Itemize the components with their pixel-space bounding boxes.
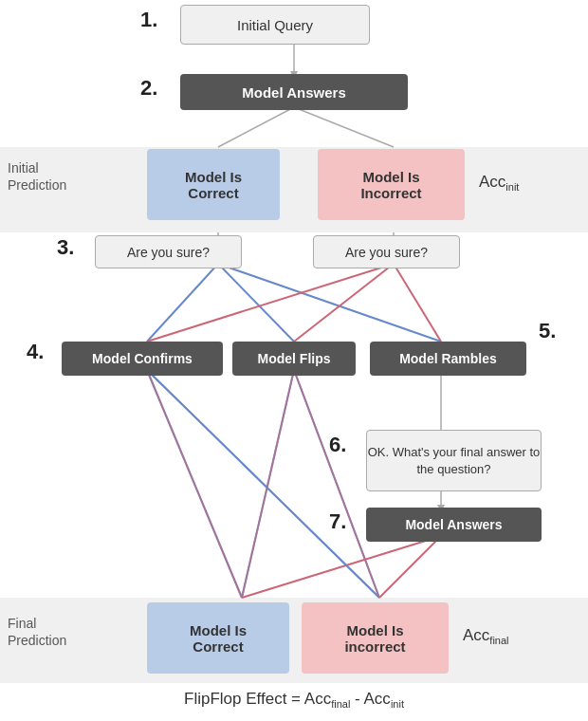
svg-line-11 [394, 264, 441, 342]
svg-line-8 [218, 264, 441, 342]
initial-prediction-label: Initial Prediction [8, 159, 66, 194]
svg-line-7 [218, 264, 294, 342]
svg-line-15 [147, 370, 242, 598]
svg-line-21 [147, 370, 242, 598]
model-incorrect-final-box: Model Isincorrect [302, 602, 449, 674]
svg-line-17 [242, 370, 294, 598]
step4-label: 4. [27, 340, 44, 364]
svg-line-24 [147, 370, 379, 598]
svg-line-19 [242, 536, 441, 598]
model-confirms-box: Model Confirms [62, 342, 223, 376]
svg-line-10 [294, 264, 394, 342]
svg-line-22 [242, 370, 294, 598]
step7-label: 7. [329, 509, 346, 534]
are-you-sure-left-box: Are you sure? [95, 235, 242, 268]
flipflop-formula: FlipFlop Effect = Accfinal - Accinit [0, 690, 588, 710]
acc-init-label: Accinit [479, 173, 519, 193]
svg-line-9 [147, 264, 394, 342]
svg-line-3 [294, 107, 394, 147]
model-rambles-box: Model Rambles [370, 342, 526, 376]
diagram: 1. Initial Query 2. Model Answers Initia… [0, 0, 588, 721]
svg-line-20 [379, 536, 441, 598]
step2-model-answers-box: Model Answers [180, 74, 408, 110]
step7-model-answers-box: Model Answers [366, 508, 542, 542]
svg-line-6 [147, 264, 218, 342]
step6-label: 6. [329, 433, 346, 457]
model-incorrect-box: Model IsIncorrect [318, 149, 465, 220]
are-you-sure-right-box: Are you sure? [313, 235, 460, 268]
initial-query-box: Initial Query [180, 5, 370, 45]
step1-label: 1. [140, 8, 157, 32]
step5-label: 5. [539, 319, 556, 343]
svg-line-16 [147, 370, 379, 598]
final-prediction-label: Final Prediction [8, 615, 66, 649]
model-flips-box: Model Flips [232, 342, 356, 376]
step3a-label: 3. [57, 235, 74, 260]
model-correct-final-box: Model IsCorrect [147, 602, 289, 674]
model-correct-box: Model IsCorrect [147, 149, 280, 220]
step6-question-box: OK. What's your final answer to the ques… [366, 430, 542, 491]
svg-line-2 [218, 107, 294, 147]
acc-final-label: Accfinal [463, 626, 509, 646]
step2-label: 2. [140, 76, 157, 101]
